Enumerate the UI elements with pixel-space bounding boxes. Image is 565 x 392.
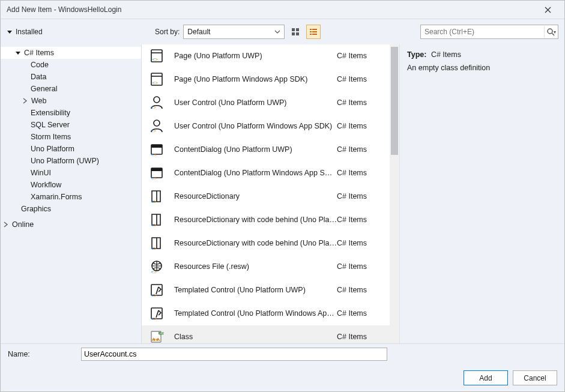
item-type: C# Items [337,122,384,130]
toolbar: Installed Sort by: Default ▾ [1,19,564,44]
tree-item[interactable]: SQL Server [1,119,141,131]
user-icon [149,95,165,110]
tree-item[interactable]: General [1,83,141,95]
item-type: C# Items [337,145,384,154]
list-item[interactable]: Page (Uno Platform Windows App SDK)C# It… [142,68,390,91]
item-type: C# Items [337,75,384,83]
sidebar: C# Items CodeDataGeneralWebExtensibility… [1,44,142,343]
item-name: User Control (Uno Platform Windows App S… [174,122,337,130]
item-name: Page (Uno Platform Windows App SDK) [174,75,337,83]
tree-item[interactable]: Uno Platform (UWP) [1,155,141,167]
chevron-down-icon [7,30,12,34]
item-type: C# Items [337,169,384,177]
grid-icon [291,28,300,36]
close-button[interactable] [536,2,560,17]
list-item[interactable]: ContentDialog (Uno Platform UWP)C# Items [142,138,390,161]
tree-item-label: Storm Items [31,133,71,141]
list-item[interactable]: Page (Uno Platform UWP)C# Items [142,44,390,68]
titlebar: Add New Item - WindowsHelloLogin [1,1,564,19]
list-icon [309,28,318,36]
list-item[interactable]: Templated Control (Uno Platform Windows … [142,302,390,325]
item-name: User Control (Uno Platform UWP) [174,98,337,107]
dialog-icon [149,142,165,157]
tctrl-icon [149,306,165,321]
tree-item-label: Web [31,97,46,105]
scrollbar-thumb[interactable] [391,47,398,155]
list-item[interactable]: ContentDialog (Uno Platform Windows App … [142,161,390,185]
list-item[interactable]: ClassC# Items [142,325,390,343]
item-type: C# Items [337,239,384,247]
item-name: Templated Control (Uno Platform UWP) [174,286,337,294]
name-input[interactable] [81,348,387,361]
tree-item-label: Extensibility [31,109,70,117]
tree-item[interactable]: Extensibility [1,107,141,119]
sortby-select[interactable]: Default [183,25,285,39]
tree-item[interactable]: Code [1,59,141,71]
search-input[interactable] [421,28,544,36]
tree-item-label: Uno Platform [31,145,74,153]
sidebar-header[interactable]: Installed [1,28,148,36]
tree-item-csharp-items[interactable]: C# Items [1,47,141,59]
dict-icon [149,235,165,251]
cancel-button[interactable]: Cancel [513,370,557,385]
searchbox[interactable]: ▾ [420,25,558,39]
tree-item[interactable]: Xamarin.Forms [1,191,141,203]
chevron-down-icon [274,30,280,34]
preview-type-row: Type: C# Items [407,50,557,59]
user-icon [149,118,165,134]
item-name: ContentDialog (Uno Platform Windows App … [174,169,337,177]
page-icon [149,48,165,64]
preview-type-label: Type: [407,50,426,59]
button-row: Add Cancel [8,370,557,385]
search-button[interactable]: ▾ [544,26,558,38]
list-item[interactable]: ResourceDictionary with code behind (Uno… [142,232,390,255]
tree-item[interactable]: Storm Items [1,131,141,143]
tree-item-online[interactable]: Online [1,219,141,231]
item-name: ContentDialog (Uno Platform UWP) [174,145,337,154]
globe-icon [149,259,165,274]
view-list-button[interactable] [306,25,321,39]
vertical-scrollbar[interactable] [390,44,399,343]
list-item[interactable]: User Control (Uno Platform Windows App S… [142,115,390,138]
page-icon [149,71,165,87]
tree-item-label: C# Items [24,49,54,57]
chevron-right-icon [3,222,8,228]
item-type: C# Items [337,98,384,107]
tree-item-label: WinUI [31,169,51,177]
chevron-down-icon [15,51,20,55]
tree-item-label: Workflow [31,181,61,189]
chevron-right-icon [22,98,28,104]
tree-item-label: Code [31,61,49,69]
name-row: Name: [8,348,557,361]
bottom-bar: Name: Add Cancel [1,343,564,391]
list-item[interactable]: Resources File (.resw)C# Items [142,255,390,279]
dict-icon [149,212,165,228]
add-button[interactable]: Add [464,370,508,385]
tree-item-graphics[interactable]: Graphics [1,203,141,215]
tree-item-label: SQL Server [31,121,70,129]
list-item[interactable]: Templated Control (Uno Platform UWP)C# I… [142,279,390,302]
installed-label: Installed [16,28,43,36]
tree-item-label: Online [12,220,34,229]
item-type: C# Items [337,52,384,60]
tree-item-label: Uno Platform (UWP) [31,157,99,165]
view-grid-button[interactable] [288,25,303,39]
close-icon [544,6,552,14]
sortby-label: Sort by: [155,28,180,36]
item-name: Class [174,333,337,341]
list-item[interactable]: ResourceDictionaryC# Items [142,185,390,208]
list-item[interactable]: User Control (Uno Platform UWP)C# Items [142,91,390,115]
tree-item[interactable]: Workflow [1,179,141,191]
dict-icon [149,188,165,204]
tree-item[interactable]: WinUI [1,167,141,179]
item-type: C# Items [337,286,384,294]
tree-item-label: Graphics [21,205,51,213]
tree-item[interactable]: Data [1,71,141,83]
tree-item[interactable]: Web [1,95,141,107]
item-type: C# Items [337,309,384,318]
item-type: C# Items [337,192,384,201]
list-item[interactable]: ResourceDictionary with code behind (Uno… [142,208,390,232]
item-name: ResourceDictionary with code behind (Uno… [174,216,337,224]
tree-item[interactable]: Uno Platform [1,143,141,155]
tctrl-icon [149,282,165,298]
